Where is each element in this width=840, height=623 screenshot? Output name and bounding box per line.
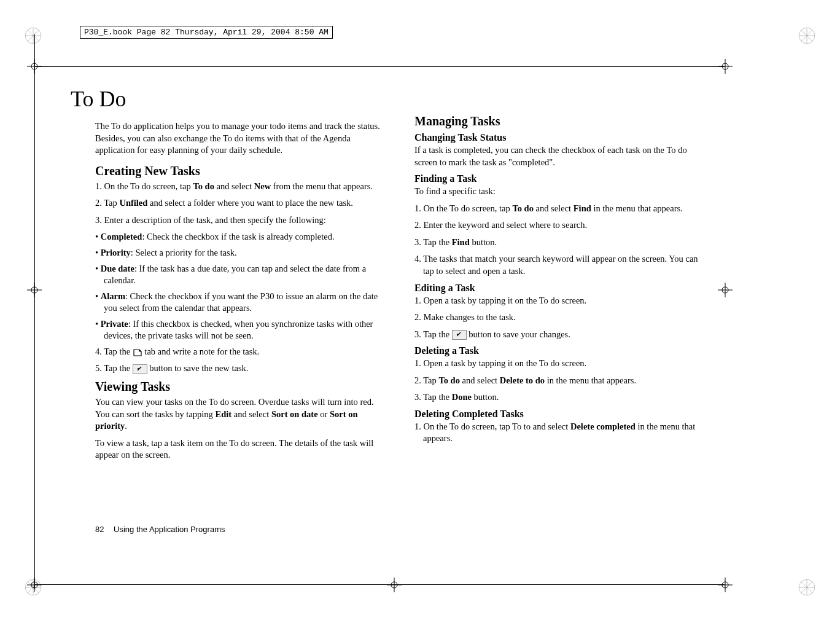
crop-line (34, 584, 725, 585)
registration-mark-icon (387, 578, 402, 592)
heading-creating: Creating New Tasks (95, 164, 390, 178)
page-content: To Do The To do application helps you to… (95, 86, 709, 466)
save-button-icon (133, 364, 147, 374)
step: 1. On the To do screen, tap To to and se… (414, 421, 709, 445)
registration-mark-icon (27, 578, 42, 592)
step: 2. Tap Unfiled and select a folder where… (95, 197, 390, 210)
step: 2. Tap To do and select Delete to do in … (414, 375, 709, 387)
paragraph: You can view your tasks on the To do scr… (95, 396, 390, 433)
crop-line (34, 66, 725, 67)
step: 3. Enter a description of the task, and … (95, 214, 390, 227)
registration-mark-icon (27, 283, 42, 297)
header-filename: P30_E.book Page 82 Thursday, April 29, 2… (80, 26, 333, 39)
step: 3. Tap the button to save your changes. (414, 329, 709, 341)
bullet: • Private: If this checkbox is checked, … (95, 318, 390, 342)
registration-mark-icon (27, 59, 42, 74)
paragraph: To view a task, tap a task item on the T… (95, 437, 390, 461)
step: 1. Open a task by tapping it on the To d… (414, 358, 709, 370)
heading-viewing: Viewing Tasks (95, 380, 390, 394)
heading-deleting-completed: Deleting Completed Tasks (414, 409, 709, 420)
note-tab-icon (133, 348, 142, 357)
paragraph: If a task is completed, you can check th… (414, 144, 709, 168)
bullet: • Priority: Select a priority for the ta… (95, 247, 390, 259)
right-column: Managing Tasks Changing Task Status If a… (414, 86, 709, 466)
step: 4. The tasks that match your search keyw… (414, 253, 709, 277)
save-button-icon (452, 330, 467, 340)
bullet: • Due date: If the task has a due date, … (95, 263, 390, 287)
footer-section: Using the Application Programs (114, 525, 225, 534)
registration-mark-icon (718, 59, 733, 74)
heading-changing-status: Changing Task Status (414, 132, 709, 143)
step: 2. Enter the keyword and select where to… (414, 219, 709, 232)
step: 1. Open a task by tapping it on the To d… (414, 295, 709, 307)
step: 2. Make changes to the task. (414, 312, 709, 324)
corner-ornament-icon (798, 27, 815, 44)
step: 3. Tap the Done button. (414, 391, 709, 404)
heading-finding: Finding a Task (414, 173, 709, 184)
step: 3. Tap the Find button. (414, 237, 709, 249)
paragraph: To find a specific task: (414, 186, 709, 198)
page-title: To Do (71, 86, 390, 112)
corner-ornament-icon (798, 579, 815, 596)
heading-editing: Editing a Task (414, 283, 709, 294)
registration-mark-icon (718, 283, 733, 297)
step: 1. On the To do screen, tap To do and se… (414, 203, 709, 215)
heading-managing: Managing Tasks (414, 114, 709, 128)
intro-paragraph: The To do application helps you to manag… (95, 120, 390, 157)
bullet: • Completed: Check the checkbox if the t… (95, 231, 390, 243)
heading-deleting: Deleting a Task (414, 345, 709, 356)
corner-ornament-icon (25, 27, 42, 44)
left-column: To Do The To do application helps you to… (95, 86, 390, 466)
bullet: • Alarm: Check the checkbox if you want … (95, 291, 390, 315)
registration-mark-icon (718, 578, 733, 592)
step: 1. On the To do screen, tap To do and se… (95, 181, 390, 193)
step: 5. Tap the button to save the new task. (95, 362, 390, 375)
step: 4. Tap the tab and write a note for the … (95, 346, 390, 358)
crop-line (34, 34, 35, 589)
page-number: 82 (95, 525, 104, 534)
page-footer: 82 Using the Application Programs (95, 525, 225, 534)
